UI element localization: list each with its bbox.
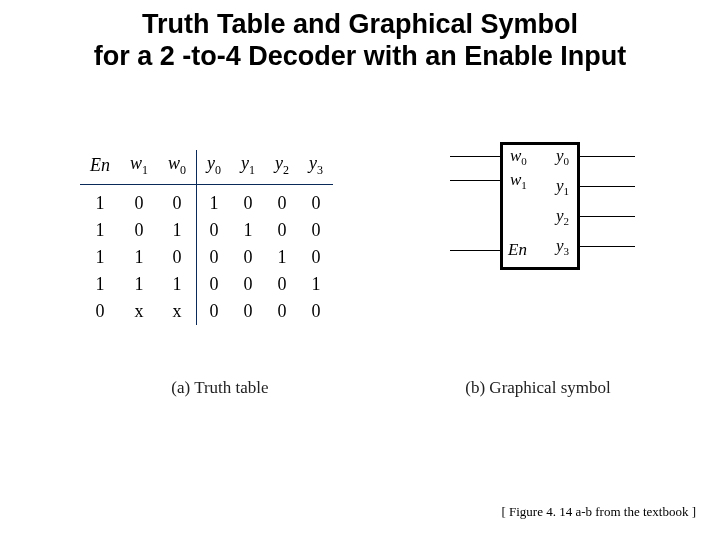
wire-y3 — [580, 246, 635, 247]
label-y1: y1 — [556, 176, 569, 197]
col-y0: y0 — [197, 150, 232, 184]
table-row: 1 0 0 1 0 0 0 — [80, 184, 333, 217]
table-row: 1 1 0 0 0 1 0 — [80, 244, 333, 271]
table-row: 0 x x 0 0 0 0 — [80, 298, 333, 325]
col-w0: w0 — [158, 150, 197, 184]
table-header-row: En w1 w0 y0 y1 y2 y3 — [80, 150, 333, 184]
wire-w0 — [450, 156, 500, 157]
table-row: 1 0 1 0 1 0 0 — [80, 217, 333, 244]
truth-table-caption: (a) Truth table — [100, 378, 340, 398]
col-En: En — [80, 150, 120, 184]
label-y3: y3 — [556, 236, 569, 257]
truth-table-grid: En w1 w0 y0 y1 y2 y3 1 0 0 1 0 0 0 1 0 1 — [80, 150, 333, 325]
label-en: En — [508, 240, 527, 260]
figure-source-note: [ Figure 4. 14 a-b from the textbook ] — [501, 504, 696, 520]
col-w1: w1 — [120, 150, 158, 184]
table-row: 1 1 1 0 0 0 1 — [80, 271, 333, 298]
truth-table: En w1 w0 y0 y1 y2 y3 1 0 0 1 0 0 0 1 0 1 — [80, 150, 333, 325]
col-y3: y3 — [299, 150, 333, 184]
wire-y0 — [580, 156, 635, 157]
label-y0: y0 — [556, 146, 569, 167]
wire-en — [450, 250, 500, 251]
title-line-1: Truth Table and Graphical Symbol — [0, 8, 720, 40]
page-title: Truth Table and Graphical Symbol for a 2… — [0, 0, 720, 73]
label-w1: w1 — [510, 170, 527, 191]
col-y2: y2 — [265, 150, 299, 184]
graphical-symbol-caption: (b) Graphical symbol — [408, 378, 668, 398]
title-line-2: for a 2 -to-4 Decoder with an Enable Inp… — [0, 40, 720, 72]
wire-w1 — [450, 180, 500, 181]
wire-y1 — [580, 186, 635, 187]
col-y1: y1 — [231, 150, 265, 184]
wire-y2 — [580, 216, 635, 217]
label-y2: y2 — [556, 206, 569, 227]
label-w0: w0 — [510, 146, 527, 167]
